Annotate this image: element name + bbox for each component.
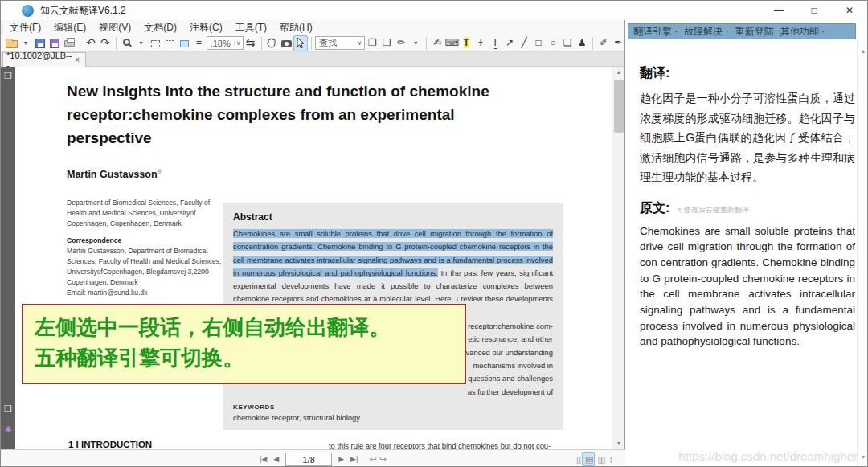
- fit-layout-icon[interactable]: ↕: [607, 452, 615, 466]
- panel-scroll-up-icon[interactable]: ▲: [858, 46, 868, 57]
- next-view-icon[interactable]: ↪: [379, 454, 387, 464]
- save-icon[interactable]: [33, 35, 47, 51]
- document-tab[interactable]: *10.1002@JLB--- ×: [2, 52, 86, 67]
- translation-heading: 翻译:: [640, 65, 855, 82]
- scroll-down-icon[interactable]: ▼: [612, 438, 625, 449]
- translation-text: 趋化因子是一种小分子可溶性蛋白质，通过浓度梯度的形成驱动细胞迁移。趋化因子与细胞…: [640, 88, 855, 187]
- annotation-callout: 左侧选中一段话，右侧自动给出翻译。 五种翻译引擎可切换。: [22, 304, 466, 384]
- menu-tools[interactable]: 工具(T): [229, 21, 273, 35]
- attach-file-icon[interactable]: ❏: [560, 35, 575, 51]
- single-page-layout-icon[interactable]: ▯: [574, 452, 582, 466]
- affiliation-column: Department of Biomedical Sciences, Facul…: [67, 198, 227, 298]
- find-input-value[interactable]: 查找: [316, 37, 354, 49]
- save-as-icon[interactable]: [47, 35, 62, 51]
- comments-pane-icon[interactable]: ❏: [1, 401, 15, 416]
- paper-author: Martin Gustavsson®: [67, 168, 162, 180]
- edit-sign-icon[interactable]: ✒: [611, 35, 625, 51]
- find-combo[interactable]: 查找 ∨: [315, 36, 365, 50]
- markup-pen-icon[interactable]: ✏: [394, 35, 408, 51]
- menu-help[interactable]: 帮助(H): [273, 21, 319, 35]
- menu-troubleshoot[interactable]: 故障解决 ·: [684, 25, 728, 39]
- sticky-note-icon[interactable]: ✍: [430, 35, 444, 51]
- app-window: 知云文献翻译V6.1.2 — □ ✕ 文件(F) 编辑(E) 视图(V) 文档(…: [0, 0, 868, 467]
- attachments-pane-icon[interactable]: ✱: [1, 422, 15, 436]
- stamp-tool-icon[interactable]: ♟: [575, 35, 589, 51]
- line-tool-icon[interactable]: ╱: [517, 35, 531, 51]
- menu-edit[interactable]: 编辑(E): [47, 21, 92, 35]
- split-view-icon[interactable]: ⇆: [244, 35, 258, 51]
- previous-page-icon[interactable]: ◀: [270, 452, 282, 466]
- rotate-right-icon[interactable]: ↷: [98, 35, 113, 51]
- original-hint: 可修改后右键重新翻译: [677, 206, 749, 214]
- fit-visible-icon[interactable]: [178, 35, 192, 51]
- actual-size-icon[interactable]: =: [192, 35, 207, 51]
- continuous-layout-icon[interactable]: ▤: [582, 452, 595, 466]
- translation-panel-menu: 翻译引擎 · 故障解决 · 重新登陆 其他功能 ·: [628, 23, 856, 39]
- highlight-text-icon[interactable]: T: [459, 35, 473, 51]
- ellipse-tool-icon[interactable]: ○: [546, 35, 560, 51]
- pdf-page: New insights into the structure and func…: [15, 67, 612, 449]
- author-badge-icon: ®: [158, 168, 162, 175]
- page-thumbnails-icon[interactable]: ❐: [1, 68, 15, 83]
- document-scrollbar[interactable]: ▲ ▼: [612, 67, 625, 449]
- two-page-layout-icon[interactable]: ▯▯: [595, 452, 606, 466]
- original-text[interactable]: Chemokines are small soluble proteins th…: [640, 223, 855, 350]
- close-button[interactable]: ✕: [832, 1, 867, 20]
- menu-other-functions[interactable]: 其他功能 ·: [780, 25, 825, 39]
- markup-dropdown-icon[interactable]: ▾: [408, 35, 423, 51]
- fit-width-icon[interactable]: [149, 35, 163, 51]
- underline-text-icon[interactable]: I: [488, 35, 502, 51]
- menu-annotate[interactable]: 注释(C): [183, 21, 229, 35]
- zoom-in-icon[interactable]: [120, 35, 134, 51]
- document-scrollbar-thumb[interactable]: [614, 80, 624, 133]
- maximize-button[interactable]: □: [796, 1, 832, 20]
- find-combo-caret-icon[interactable]: ∨: [354, 39, 364, 47]
- menu-file[interactable]: 文件(F): [3, 21, 47, 35]
- menu-translation-engine[interactable]: 翻译引擎 ·: [633, 25, 678, 39]
- body-text-fragment: to this rule are four receptors that bin…: [329, 441, 598, 449]
- menu-bar: 文件(F) 编辑(E) 视图(V) 文档(D) 注释(C) 工具(T) 帮助(H…: [1, 20, 625, 35]
- typewriter-icon[interactable]: ⌨: [444, 35, 459, 51]
- last-page-icon[interactable]: ▶|: [347, 452, 361, 466]
- fit-page-icon[interactable]: [163, 35, 178, 51]
- tab-close-icon[interactable]: ×: [72, 55, 82, 64]
- translation-panel: 翻译引擎 · 故障解决 · 重新登陆 其他功能 · 翻译: 趋化因子是一种小分子…: [624, 20, 868, 467]
- hand-tool-icon[interactable]: [264, 35, 279, 51]
- rotate-left-icon[interactable]: ↶: [84, 35, 98, 51]
- find-next-icon[interactable]: ❒: [379, 35, 394, 51]
- minimize-button[interactable]: —: [761, 1, 796, 20]
- arrow-tool-icon[interactable]: ↗: [502, 35, 517, 51]
- open-file-dropdown-icon[interactable]: ▾: [18, 35, 33, 51]
- select-tool-icon[interactable]: [293, 35, 308, 51]
- scroll-up-icon[interactable]: ▲: [612, 67, 625, 78]
- first-page-icon[interactable]: |◀: [256, 452, 270, 466]
- watermark-text: https://blog.csdn.net/dreamhigher: [678, 449, 858, 463]
- affiliation-text: Department of Biomedical Sciences, Facul…: [67, 198, 227, 229]
- correspondence-text: Martin Gustavsson, Department of Biomedi…: [67, 246, 227, 288]
- edit-content-icon[interactable]: ✐: [596, 35, 611, 51]
- page-number-input[interactable]: 1/8: [285, 453, 332, 466]
- toolbar: ▾ ↶ ↷ ▾ = .18% ∨ ⇆ 查找 ∨ ❐ ❒ ✏: [1, 35, 625, 52]
- find-previous-icon[interactable]: ❐: [365, 35, 379, 51]
- correspondence-email: Email: martin@sund.ku.dk: [67, 288, 227, 298]
- snapshot-icon[interactable]: [279, 35, 293, 51]
- rectangle-tool-icon[interactable]: □: [531, 35, 546, 51]
- print-icon[interactable]: [62, 35, 76, 51]
- menu-document[interactable]: 文档(D): [137, 21, 183, 35]
- next-page-icon[interactable]: ▶: [335, 452, 347, 466]
- panel-scrollbar[interactable]: ▲ ▼: [857, 39, 868, 467]
- status-bar: |◀ ◀ 1/8 ▶ ▶| ↩ ↪ ▯ ▤ ▯▯ ↕: [1, 449, 625, 467]
- callout-line1: 左侧选中一段话，右侧自动给出翻译。: [35, 312, 453, 342]
- panel-scroll-down-icon[interactable]: ▼: [858, 452, 868, 463]
- previous-view-icon[interactable]: ↩: [369, 454, 376, 464]
- callout-line2: 五种翻译引擎可切换。: [35, 342, 453, 373]
- strikeout-text-icon[interactable]: Ŧ: [473, 35, 488, 51]
- paper-title: New insights into the structure and func…: [67, 80, 525, 150]
- menu-relogin[interactable]: 重新登陆: [735, 25, 774, 39]
- title-bar: 知云文献翻译V6.1.2 — □ ✕: [1, 1, 867, 20]
- zoom-combo-caret-icon[interactable]: ∨: [234, 39, 243, 47]
- open-file-icon[interactable]: [4, 35, 18, 51]
- zoom-level-combo[interactable]: .18% ∨: [207, 36, 244, 50]
- menu-view[interactable]: 视图(V): [92, 21, 137, 35]
- zoom-dropdown-icon[interactable]: ▾: [134, 35, 149, 51]
